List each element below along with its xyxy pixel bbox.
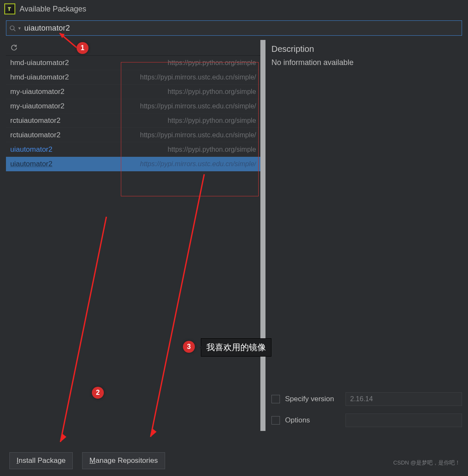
package-name: rctuiautomator2 [10,116,60,125]
install-options: Specify version 2.16.14 Options [271,388,462,431]
package-row[interactable]: my-uiautomator2https://pypi.mirrors.ustc… [6,99,260,113]
svg-marker-5 [60,434,66,442]
package-name: my-uiautomator2 [10,88,65,96]
specify-version-label: Specify version [285,395,340,403]
install-package-button[interactable]: Install Package [9,452,73,469]
options-row: Options [271,410,462,431]
details-pane: Description No information available Spe… [265,40,462,431]
search-input[interactable] [23,23,462,33]
watermark: CSDN @是梦吧，是你吧！ [393,459,460,467]
package-name: hmd-uiautomator2 [10,73,69,82]
package-list[interactable]: hmd-uiautomator2https://pypi.python.org/… [6,56,260,171]
svg-point-0 [10,26,14,29]
package-repo: https://pypi.mirrors.ustc.edu.cn/simple/ [140,102,256,110]
options-field[interactable] [345,414,462,427]
main-body: hmd-uiautomator2https://pypi.python.org/… [6,40,462,431]
specify-version-checkbox[interactable] [271,395,280,403]
search-icon [6,25,18,31]
package-name: uiautomator2 [10,145,52,154]
refresh-button[interactable] [6,40,260,56]
description-heading: Description [271,44,456,54]
search-options-chevron-icon[interactable]: ▾ [18,26,23,31]
package-repo: https://pypi.mirrors.ustc.edu.cn/simple/ [140,160,256,168]
search-bar: ▾ [6,20,462,36]
specify-version-row: Specify version 2.16.14 [271,388,462,410]
package-repo: https://pypi.python.org/simple [168,59,256,67]
svg-line-1 [14,29,15,31]
options-checkbox[interactable] [271,416,280,425]
annotation-badge-3: 3 [183,341,195,353]
package-row[interactable]: rctuiautomator2https://pypi.python.org/s… [6,113,260,128]
package-name: hmd-uiautomator2 [10,59,69,67]
search-field[interactable]: ▾ [6,20,462,36]
window-root: Available Packages ▾ hmd-uiautomator2htt… [0,0,468,476]
window-title: Available Packages [20,5,86,14]
description-body: No information available [271,58,456,67]
package-repo: https://pypi.python.org/simple [168,88,256,96]
package-row[interactable]: hmd-uiautomator2https://pypi.mirrors.ust… [6,70,260,85]
options-label: Options [285,416,340,425]
results-pane: hmd-uiautomator2https://pypi.python.org/… [6,40,260,431]
refresh-icon [10,44,18,51]
app-icon [4,3,15,14]
package-row[interactable]: hmd-uiautomator2https://pypi.python.org/… [6,56,260,70]
pane-splitter[interactable] [260,40,265,431]
manage-repositories-button[interactable]: Manage Repositories [82,452,165,469]
package-repo: https://pypi.mirrors.ustc.edu.cn/simple/ [140,74,256,81]
annotation-callout-3: 我喜欢用的镜像 [201,338,271,357]
annotation-badge-1: 1 [77,42,88,54]
package-row[interactable]: uiautomator2https://pypi.python.org/simp… [6,142,260,157]
package-repo: https://pypi.python.org/simple [168,117,256,125]
package-repo: https://pypi.python.org/simple [168,146,256,153]
package-name: my-uiautomator2 [10,102,65,110]
package-name: rctuiautomator2 [10,131,60,139]
specify-version-field[interactable]: 2.16.14 [345,392,462,406]
annotation-badge-2: 2 [92,387,104,399]
titlebar: Available Packages [0,0,468,18]
package-name: uiautomator2 [10,160,52,168]
package-row[interactable]: rctuiautomator2https://pypi.mirrors.ustc… [6,128,260,142]
package-repo: https://pypi.mirrors.ustc.edu.cn/simple/ [140,131,256,139]
package-row[interactable]: my-uiautomator2https://pypi.python.org/s… [6,85,260,99]
package-row[interactable]: uiautomator2https://pypi.mirrors.ustc.ed… [6,157,260,171]
